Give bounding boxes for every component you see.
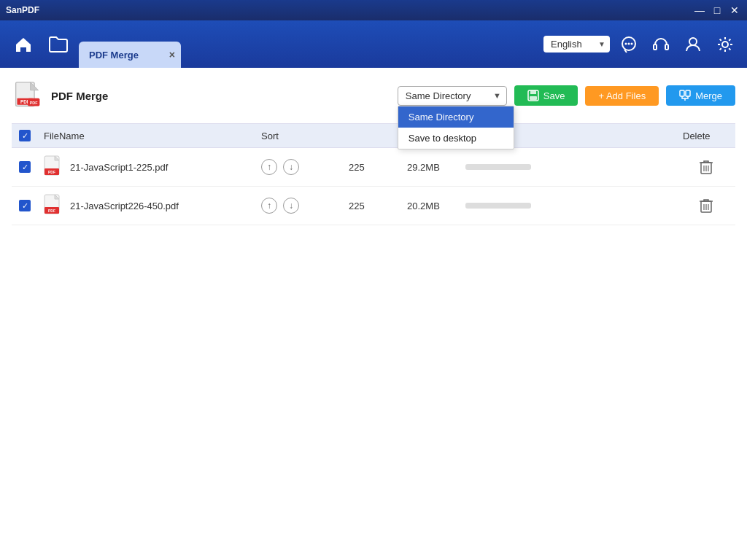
row1-filename-cell: PDF 21-JavaScript1-225.pdf	[38, 155, 255, 179]
row1-pdf-icon: PDF	[44, 155, 64, 179]
svg-point-6	[689, 38, 697, 45]
dropdown-item-save-to-desktop[interactable]: Save to desktop	[398, 128, 514, 149]
svg-text:PDF: PDF	[30, 101, 39, 105]
row2-checkbox[interactable]	[12, 200, 38, 211]
row1-sort-down[interactable]: ↓	[283, 159, 299, 175]
header-checkbox[interactable]	[12, 130, 38, 141]
svg-text:PDF: PDF	[48, 170, 55, 174]
merge-label: Merge	[695, 90, 722, 101]
table-row: PDF 21-JavaScript226-450.pdf ↑ ↓ 225 20.…	[12, 187, 735, 225]
directory-dropdown-popup: Same Directory Save to desktop	[398, 106, 514, 149]
home-button[interactable]	[9, 30, 38, 59]
row2-size: 20.2MB	[401, 201, 460, 211]
svg-rect-4	[654, 44, 657, 50]
row1-filename: 21-JavaScript1-225.pdf	[70, 162, 168, 173]
settings-icon-button[interactable]	[712, 31, 738, 58]
open-folder-button[interactable]	[44, 30, 73, 59]
dropdown-item-same-directory[interactable]: Same Directory	[398, 106, 514, 128]
row2-sort-down[interactable]: ↓	[283, 198, 299, 214]
row2-sort: ↑ ↓	[255, 198, 343, 214]
svg-point-7	[722, 42, 728, 47]
svg-rect-16	[680, 90, 684, 96]
row2-sort-arrows: ↑ ↓	[261, 198, 337, 214]
row1-status	[460, 164, 677, 170]
add-files-button[interactable]: + Add Files	[585, 86, 659, 106]
header-filename: FileName	[38, 131, 255, 141]
table-row: PDF 21-JavaScript1-225.pdf ↑ ↓ 225 29.2M…	[12, 148, 735, 187]
row2-status	[460, 203, 677, 209]
directory-dropdown-wrapper[interactable]: Same Directory Save to desktop ▼ Same Di…	[398, 86, 507, 106]
row2-progress-bar	[465, 203, 531, 209]
row1-delete	[677, 159, 735, 175]
add-files-label: + Add Files	[598, 90, 646, 101]
chat-icon-button[interactable]	[616, 31, 642, 58]
row1-sort: ↑ ↓	[255, 159, 343, 175]
svg-point-3	[631, 42, 633, 44]
app-title: SanPDF	[6, 5, 693, 15]
row1-sort-arrows: ↑ ↓	[261, 159, 337, 175]
title-bar-controls: — □ ✕	[693, 4, 741, 17]
svg-point-2	[628, 42, 630, 44]
svg-text:PDF: PDF	[48, 209, 55, 213]
row2-pdf-icon: PDF	[44, 194, 64, 217]
header-sort: Sort	[255, 131, 343, 141]
tool-row: PDF PDF PDF Merge Same Directory Save to…	[12, 79, 735, 112]
row1-progress-bar	[465, 164, 531, 170]
row2-filename: 21-JavaScript226-450.pdf	[70, 201, 179, 211]
user-icon-button[interactable]	[680, 31, 706, 58]
directory-select[interactable]: Same Directory Save to desktop	[398, 86, 507, 106]
pdf-merge-tab[interactable]: PDF Merge ×	[79, 42, 181, 68]
language-select[interactable]: English Chinese Japanese	[543, 36, 610, 52]
tab-close-button[interactable]: ×	[169, 49, 175, 61]
main-content: PDF PDF PDF Merge Same Directory Save to…	[0, 68, 747, 560]
row1-check[interactable]	[19, 161, 31, 173]
save-button[interactable]: Save	[514, 85, 578, 106]
select-all-checkbox[interactable]	[19, 130, 31, 141]
minimize-button[interactable]: —	[693, 4, 706, 17]
svg-rect-15	[530, 96, 537, 100]
close-button[interactable]: ✕	[728, 4, 741, 17]
tool-buttons: Same Directory Save to desktop ▼ Same Di…	[398, 85, 735, 106]
title-bar: SanPDF — □ ✕	[0, 0, 747, 20]
row2-check[interactable]	[19, 200, 31, 211]
row1-delete-button[interactable]	[683, 159, 729, 175]
row1-size: 29.2MB	[401, 162, 460, 173]
row2-filename-cell: PDF 21-JavaScript226-450.pdf	[38, 194, 255, 217]
pdf-merge-page-icon: PDF PDF	[12, 79, 44, 112]
headset-icon-button[interactable]	[648, 31, 674, 58]
page-title-area: PDF PDF PDF Merge	[12, 79, 389, 112]
svg-rect-17	[686, 90, 690, 96]
header-delete: Delete	[677, 131, 735, 141]
svg-point-1	[625, 42, 627, 44]
row2-sort-up[interactable]: ↑	[261, 198, 277, 214]
svg-rect-5	[665, 44, 668, 50]
row1-checkbox[interactable]	[12, 161, 38, 173]
row1-pages: 225	[343, 162, 401, 173]
table-header: FileName Sort Status Delete	[12, 123, 735, 148]
row1-sort-up[interactable]: ↑	[261, 159, 277, 175]
nav-right: English Chinese Japanese ▼	[543, 31, 738, 58]
save-label: Save	[543, 90, 565, 101]
tab-area: PDF Merge ×	[79, 20, 538, 68]
tab-label: PDF Merge	[89, 50, 139, 61]
svg-rect-14	[530, 90, 536, 94]
row2-delete	[677, 198, 735, 214]
maximize-button[interactable]: □	[711, 4, 724, 17]
nav-bar: PDF Merge × English Chinese Japanese ▼	[0, 20, 747, 68]
row2-delete-button[interactable]	[683, 198, 729, 214]
merge-button[interactable]: Merge	[666, 85, 735, 106]
page-title: PDF Merge	[51, 90, 108, 102]
language-selector-wrapper[interactable]: English Chinese Japanese ▼	[543, 36, 610, 52]
row2-pages: 225	[343, 201, 401, 211]
